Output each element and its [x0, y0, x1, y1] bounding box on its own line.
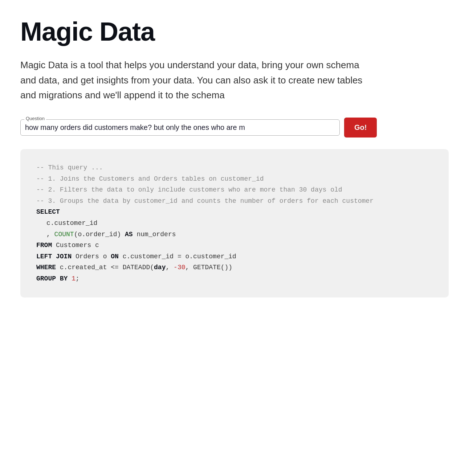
question-label: Question: [24, 116, 46, 121]
sql-where: WHERE c.created_at <= DATEADD(day, -30, …: [36, 262, 433, 273]
page-description: Magic Data is a tool that helps you unde…: [20, 58, 376, 103]
page-title: Magic Data: [20, 17, 449, 46]
sql-select: SELECT: [36, 206, 433, 218]
question-input-wrapper: Question: [20, 119, 340, 136]
code-block: -- This query ... -- 1. Joins the Custom…: [20, 149, 449, 298]
sql-join: LEFT JOIN Orders o ON c.customer_id = o.…: [36, 251, 433, 262]
comment-line-2: -- 1. Joins the Customers and Orders tab…: [36, 173, 433, 185]
comment-line-4: -- 3. Groups the data by customer_id and…: [36, 196, 433, 207]
sql-from: FROM Customers c: [36, 240, 433, 251]
go-button[interactable]: Go!: [344, 118, 377, 138]
question-section: Question Go!: [20, 118, 449, 138]
comment-line-3: -- 2. Filters the data to only include c…: [36, 184, 433, 196]
question-input[interactable]: [25, 121, 335, 132]
sql-col1: c.customer_id: [36, 218, 433, 229]
sql-col2: , COUNT(o.order_id) AS num_orders: [36, 229, 433, 240]
sql-groupby: GROUP BY 1;: [36, 273, 433, 284]
comment-line-1: -- This query ...: [36, 162, 433, 173]
